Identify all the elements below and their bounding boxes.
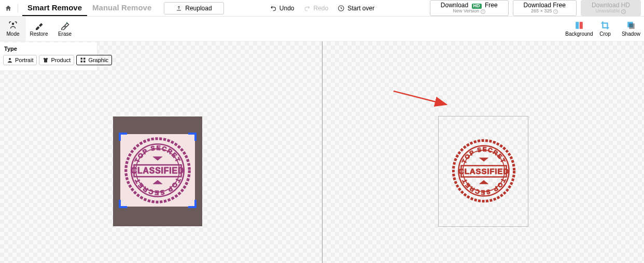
- brush-icon: [34, 21, 44, 30]
- svg-rect-24: [83, 61, 86, 63]
- person-crop-icon: [8, 21, 18, 30]
- crop-corner-br[interactable]: [188, 200, 197, 208]
- tool-crop-label: Crop: [599, 31, 611, 37]
- tab-smart-remove[interactable]: Smart Remove: [22, 0, 87, 16]
- grid-icon: [80, 57, 86, 63]
- dl-hd-free-prefix: Download: [441, 2, 468, 9]
- reupload-label: Reupload: [185, 5, 212, 12]
- info-icon: i: [621, 9, 626, 14]
- stamp-original: TOP SECRET TOP SECRET CLASSIFIED: [120, 134, 195, 207]
- result-pane[interactable]: TOP SECRET TOP SECRET CLASSIFIED: [323, 41, 645, 263]
- type-panel: Type Portrait Product Graphic: [0, 42, 97, 71]
- info-icon: i: [481, 9, 485, 14]
- dl-hd-free-suffix: Free: [485, 2, 498, 9]
- tool-row: Mode Restore Erase Background Crop Shado…: [0, 17, 644, 41]
- chip-product[interactable]: Product: [39, 55, 74, 65]
- upload-icon: [176, 5, 182, 11]
- background-icon: [575, 21, 584, 30]
- svg-rect-2: [580, 22, 583, 29]
- type-header: Type: [4, 46, 94, 52]
- tool-mode[interactable]: Mode: [0, 17, 26, 41]
- tool-mode-label: Mode: [6, 31, 19, 37]
- person-icon: [7, 57, 13, 63]
- redo-icon: [303, 5, 311, 12]
- tool-erase-label: Erase: [58, 31, 72, 37]
- chip-portrait-label: Portrait: [15, 57, 33, 63]
- shadow-icon: [626, 21, 636, 30]
- undo-label: Undo: [279, 5, 295, 12]
- tool-shadow[interactable]: Shadow: [618, 17, 644, 41]
- redo-label: Redo: [313, 5, 328, 12]
- chip-graphic[interactable]: Graphic: [76, 55, 112, 65]
- undo-icon: [270, 5, 277, 12]
- svg-text:TOP SECRET: TOP SECRET: [133, 144, 182, 164]
- top-bar: Smart Remove Manual Remove Reupload Undo…: [0, 0, 644, 17]
- tool-background[interactable]: Background: [566, 17, 592, 41]
- workspace: TOP SECRET TOP SECRET CLASSIFIED: [0, 41, 644, 263]
- dl-free-sub: 265 × 325: [531, 9, 552, 14]
- svg-rect-21: [81, 58, 83, 60]
- svg-rect-1: [576, 22, 579, 29]
- tool-crop[interactable]: Crop: [592, 17, 618, 41]
- redo-button[interactable]: Redo: [303, 5, 328, 12]
- download-hd-button: Download HD Unavailable i: [581, 0, 641, 16]
- chip-product-label: Product: [51, 57, 71, 63]
- svg-line-12: [394, 91, 446, 105]
- startover-label: Start over: [347, 5, 374, 12]
- download-actions: Download HD Free New Version i Download …: [430, 0, 641, 16]
- startover-button[interactable]: Start over: [338, 5, 374, 12]
- svg-text:TOP SECRET: TOP SECRET: [460, 145, 507, 165]
- tab-manual-remove[interactable]: Manual Remove: [87, 0, 157, 16]
- annotation-arrow: [393, 89, 450, 108]
- crop-icon: [600, 21, 610, 30]
- crop-corner-bl[interactable]: [119, 200, 127, 208]
- mode-tabs: Smart Remove Manual Remove: [22, 0, 157, 16]
- svg-rect-22: [83, 58, 86, 60]
- tool-shadow-label: Shadow: [622, 31, 640, 37]
- undo-button[interactable]: Undo: [270, 5, 295, 12]
- svg-text:CLASSIFIED: CLASSIFIED: [458, 167, 509, 176]
- history-icon: [338, 5, 345, 12]
- dl-hd-free-sub: New Version: [453, 9, 479, 14]
- svg-rect-4: [629, 23, 635, 29]
- shirt-icon: [43, 57, 49, 63]
- svg-text:CLASSIFIED: CLASSIFIED: [131, 166, 184, 175]
- tool-erase[interactable]: Erase: [52, 17, 78, 41]
- chip-portrait[interactable]: Portrait: [3, 55, 37, 65]
- tool-restore[interactable]: Restore: [26, 17, 52, 41]
- svg-text:TOP SECRET: TOP SECRET: [133, 177, 182, 197]
- reupload-button[interactable]: Reupload: [164, 2, 223, 14]
- info-icon: i: [553, 9, 558, 14]
- svg-text:TOP SECRET: TOP SECRET: [460, 177, 507, 196]
- svg-rect-23: [81, 61, 83, 63]
- crop-corner-tr[interactable]: [188, 133, 197, 141]
- original-inner: TOP SECRET TOP SECRET CLASSIFIED: [120, 134, 195, 207]
- download-free-button[interactable]: Download Free 265 × 325 i: [513, 0, 577, 16]
- tool-background-label: Background: [565, 31, 593, 37]
- result-box[interactable]: TOP SECRET TOP SECRET CLASSIFIED: [438, 116, 528, 227]
- home-icon[interactable]: [3, 3, 13, 13]
- crop-corner-tl[interactable]: [119, 133, 127, 141]
- history-actions: Undo Redo Start over: [270, 5, 374, 12]
- tool-restore-label: Restore: [30, 31, 48, 37]
- svg-point-20: [9, 58, 11, 60]
- svg-point-0: [12, 23, 15, 25]
- dl-hd-sub: Unavailable: [595, 9, 620, 14]
- original-pane[interactable]: TOP SECRET TOP SECRET CLASSIFIED: [0, 41, 322, 263]
- download-hd-free-button[interactable]: Download HD Free New Version i: [430, 0, 509, 16]
- eraser-icon: [60, 21, 69, 30]
- stamp-result: TOP SECRET TOP SECRET CLASSIFIED: [449, 136, 519, 206]
- divider: [18, 4, 18, 13]
- chip-graphic-label: Graphic: [88, 57, 108, 63]
- original-image[interactable]: TOP SECRET TOP SECRET CLASSIFIED: [113, 116, 202, 226]
